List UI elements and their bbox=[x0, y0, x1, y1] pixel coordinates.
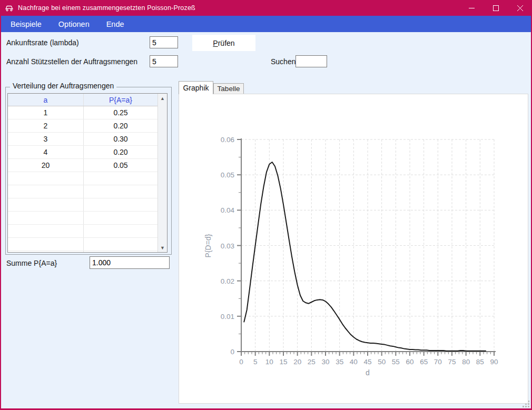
svg-text:0.04: 0.04 bbox=[221, 206, 235, 214]
maximize-icon bbox=[493, 5, 499, 11]
table-row[interactable] bbox=[8, 198, 157, 212]
cell-a[interactable] bbox=[8, 251, 84, 253]
svg-text:25: 25 bbox=[308, 358, 316, 366]
cell-a[interactable] bbox=[8, 238, 84, 251]
cell-p[interactable]: 0.05 bbox=[84, 159, 157, 172]
graphik-panel: 05101520253035404550556065707580859000.0… bbox=[179, 94, 528, 404]
minimize-button[interactable] bbox=[459, 0, 484, 16]
cell-p[interactable] bbox=[84, 212, 157, 224]
cell-p[interactable] bbox=[84, 198, 157, 211]
table-scrollbar[interactable]: ▲ ▼ bbox=[157, 94, 167, 252]
cell-a[interactable]: 1 bbox=[8, 106, 84, 119]
svg-text:30: 30 bbox=[321, 358, 329, 366]
sum-input[interactable] bbox=[90, 256, 170, 269]
svg-text:10: 10 bbox=[265, 358, 273, 366]
cell-p[interactable] bbox=[84, 185, 157, 198]
svg-text:0: 0 bbox=[239, 358, 243, 366]
table-row[interactable]: 20.20 bbox=[8, 119, 157, 133]
svg-text:0.06: 0.06 bbox=[221, 136, 234, 144]
svg-text:0.03: 0.03 bbox=[221, 242, 234, 250]
table-row[interactable]: 40.20 bbox=[8, 146, 157, 159]
close-button[interactable] bbox=[508, 0, 532, 16]
car-app-icon bbox=[5, 5, 14, 12]
cell-a[interactable] bbox=[8, 198, 84, 211]
cell-a[interactable]: 20 bbox=[8, 159, 84, 172]
table-row[interactable] bbox=[8, 185, 157, 198]
svg-text:40: 40 bbox=[350, 358, 358, 366]
table-row[interactable] bbox=[8, 212, 157, 225]
table-header-row: a P{A=a} bbox=[8, 94, 157, 106]
menu-item-ende[interactable]: Ende bbox=[106, 20, 124, 28]
svg-text:50: 50 bbox=[378, 358, 386, 366]
table-row[interactable]: 10.25 bbox=[8, 106, 157, 119]
svg-text:35: 35 bbox=[336, 358, 343, 366]
svg-text:45: 45 bbox=[363, 358, 371, 366]
title-bar: Nachfrage bei einem zusammengesetzten Po… bbox=[0, 0, 532, 16]
stuetzstellen-input[interactable] bbox=[150, 55, 178, 67]
cell-a[interactable]: 4 bbox=[8, 146, 84, 158]
cell-p[interactable]: 0.20 bbox=[84, 146, 157, 158]
cell-a[interactable] bbox=[8, 225, 84, 237]
table-row[interactable] bbox=[8, 238, 157, 251]
table-row[interactable] bbox=[8, 251, 157, 253]
cell-p[interactable] bbox=[84, 251, 157, 253]
svg-text:90: 90 bbox=[490, 358, 498, 366]
sum-label: Summe P{A=a} bbox=[6, 259, 57, 267]
svg-text:85: 85 bbox=[476, 358, 484, 366]
pruefen-button[interactable]: Prüfen bbox=[192, 35, 255, 51]
lambda-input[interactable] bbox=[150, 36, 178, 48]
distribution-group-title: Verteilung der Auftragsmengen bbox=[10, 82, 116, 90]
svg-text:5: 5 bbox=[253, 358, 258, 366]
cell-p[interactable] bbox=[84, 238, 157, 251]
svg-text:P{D=d}: P{D=d} bbox=[204, 234, 212, 257]
svg-text:65: 65 bbox=[420, 358, 428, 366]
menu-item-beispiele[interactable]: Beispiele bbox=[11, 20, 42, 28]
svg-text:75: 75 bbox=[448, 358, 456, 366]
table-row[interactable] bbox=[8, 172, 157, 185]
svg-text:20: 20 bbox=[293, 358, 301, 366]
cell-p[interactable]: 0.25 bbox=[84, 106, 157, 119]
column-header-p[interactable]: P{A=a} bbox=[84, 94, 157, 106]
scroll-up-icon[interactable]: ▲ bbox=[158, 94, 167, 103]
svg-text:15: 15 bbox=[279, 358, 287, 366]
menu-bar: Beispiele Optionen Ende bbox=[0, 16, 532, 32]
maximize-button[interactable] bbox=[484, 0, 508, 16]
app-window: Nachfrage bei einem zusammengesetzten Po… bbox=[0, 0, 532, 410]
tab-graphik[interactable]: Graphik bbox=[179, 81, 213, 94]
suchen-input[interactable] bbox=[295, 55, 327, 67]
cell-a[interactable] bbox=[8, 172, 84, 185]
cell-a[interactable]: 3 bbox=[8, 133, 84, 145]
svg-text:d: d bbox=[366, 368, 370, 377]
column-header-a[interactable]: a bbox=[8, 94, 84, 106]
distribution-table[interactable]: a P{A=a} 10.2520.2030.3040.20200.05 ▲ ▼ bbox=[7, 93, 168, 253]
svg-text:55: 55 bbox=[392, 358, 400, 366]
cell-p[interactable] bbox=[84, 172, 157, 185]
cell-p[interactable]: 0.20 bbox=[84, 119, 157, 132]
cell-p[interactable] bbox=[84, 225, 157, 237]
svg-text:70: 70 bbox=[434, 358, 442, 366]
table-row[interactable] bbox=[8, 225, 157, 238]
demand-distribution-chart: 05101520253035404550556065707580859000.0… bbox=[179, 94, 528, 403]
svg-text:80: 80 bbox=[462, 358, 470, 366]
tab-tabelle[interactable]: Tabelle bbox=[213, 83, 244, 94]
svg-text:60: 60 bbox=[406, 358, 413, 366]
cell-a[interactable] bbox=[8, 212, 84, 224]
svg-text:0: 0 bbox=[230, 348, 234, 356]
svg-text:0.02: 0.02 bbox=[221, 277, 234, 285]
window-title: Nachfrage bei einem zusammengesetzten Po… bbox=[18, 4, 195, 12]
svg-text:0.01: 0.01 bbox=[221, 313, 234, 321]
table-row[interactable]: 30.30 bbox=[8, 133, 157, 146]
menu-item-optionen[interactable]: Optionen bbox=[58, 20, 90, 28]
distribution-groupbox: Verteilung der Auftragsmengen a P{A=a} 1… bbox=[5, 87, 172, 255]
cell-p[interactable]: 0.30 bbox=[84, 133, 157, 145]
svg-text:0.05: 0.05 bbox=[221, 171, 234, 179]
lambda-label: Ankunftsrate (lambda) bbox=[6, 38, 79, 47]
stuetzstellen-label: Anzahl Stützstellen der Auftragsmengen bbox=[6, 57, 137, 66]
table-row[interactable]: 200.05 bbox=[8, 159, 157, 172]
cell-a[interactable]: 2 bbox=[8, 119, 84, 132]
cell-a[interactable] bbox=[8, 185, 84, 198]
scroll-down-icon[interactable]: ▼ bbox=[158, 243, 167, 252]
suchen-label: Suchen: bbox=[271, 57, 298, 66]
